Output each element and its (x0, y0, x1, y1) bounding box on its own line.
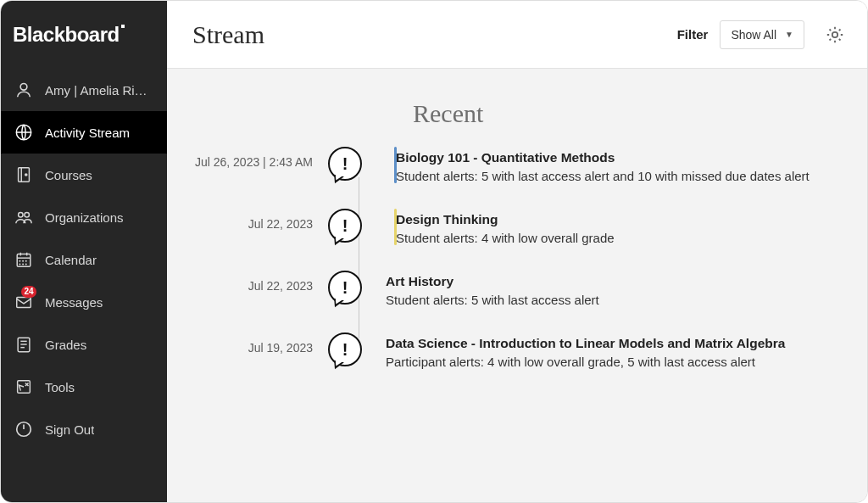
stream-date: Jul 22, 2023 (184, 271, 328, 293)
stream-item[interactable]: Jul 19, 2023 ! Data Science - Introducti… (184, 333, 850, 369)
svg-point-25 (832, 31, 837, 36)
stream-body: Art History Student alerts: 5 with last … (386, 271, 850, 307)
filter-select[interactable]: Show All ▼ (720, 20, 804, 49)
svg-point-0 (20, 83, 27, 90)
sidebar-item-tools[interactable]: Tools (1, 366, 167, 408)
stream-title: Art History (386, 274, 850, 289)
page-title: Stream (192, 20, 264, 49)
stream-item[interactable]: Jul 26, 2023 | 2:43 AM ! Biology 101 - Q… (184, 147, 850, 183)
sidebar-item-label: Tools (45, 380, 75, 394)
sidebar-item-label: Activity Stream (45, 126, 130, 140)
stream-date: Jul 26, 2023 | 2:43 AM (184, 147, 328, 169)
section-heading-recent: Recent (413, 99, 850, 128)
person-icon (14, 81, 33, 99)
stream-date: Jul 22, 2023 (184, 209, 328, 231)
brand-text: Blackboard (13, 23, 120, 47)
sidebar: Blackboard Amy | Amelia Rivera Activity … (1, 1, 167, 502)
sidebar-item-label: Sign Out (45, 422, 94, 437)
sidebar-item-label: Amy | Amelia Rivera (45, 83, 153, 98)
messages-badge: 24 (21, 286, 36, 298)
alert-icon: ! (328, 209, 362, 243)
stream-date: Jul 19, 2023 (184, 333, 328, 355)
brand: Blackboard (1, 1, 167, 69)
topbar: Stream Filter Show All ▼ (167, 1, 867, 69)
svg-point-5 (19, 213, 23, 218)
sidebar-item-label: Organizations (45, 210, 124, 225)
calendar-icon (14, 250, 33, 269)
settings-button[interactable] (823, 23, 847, 47)
stream-title: Data Science - Introduction to Linear Mo… (386, 336, 850, 351)
timeline: Jul 26, 2023 | 2:43 AM ! Biology 101 - Q… (184, 147, 850, 369)
alert-icon: ! (328, 147, 362, 181)
sidebar-item-courses[interactable]: Courses (1, 154, 167, 196)
sidebar-item-user[interactable]: Amy | Amelia Rivera (1, 69, 167, 111)
stream-body: Design Thinking Student alerts: 4 with l… (386, 209, 850, 245)
stream-body: Biology 101 - Quantitative Methods Stude… (386, 147, 850, 183)
filter-value: Show All (731, 28, 776, 42)
grades-icon (14, 335, 33, 354)
stream-body: Data Science - Introduction to Linear Mo… (386, 333, 850, 369)
svg-rect-7 (17, 254, 31, 267)
main-area: Stream Filter Show All ▼ Recent (167, 1, 867, 502)
gear-icon (825, 25, 845, 45)
sidebar-item-signout[interactable]: Sign Out (1, 408, 167, 450)
stream-item[interactable]: Jul 22, 2023 ! Design Thinking Student a… (184, 209, 850, 245)
svg-rect-17 (17, 298, 31, 308)
stream-title: Design Thinking (396, 212, 850, 227)
sidebar-item-label: Calendar (45, 253, 97, 267)
alert-icon: ! (328, 333, 362, 366)
sidebar-item-messages[interactable]: 24 Messages (1, 281, 167, 323)
sidebar-item-grades[interactable]: Grades (1, 323, 167, 366)
filter-label: Filter (677, 27, 709, 42)
stream-desc: Student alerts: 5 with last access alert… (396, 169, 850, 183)
stream-desc: Student alerts: 4 with low overall grade (396, 231, 850, 245)
stream-title: Biology 101 - Quantitative Methods (396, 150, 850, 165)
globe-icon (14, 123, 33, 142)
accent-bar (394, 209, 397, 245)
signout-icon (14, 420, 33, 439)
sidebar-item-calendar[interactable]: Calendar (1, 238, 167, 281)
accent-bar (394, 147, 397, 183)
sidebar-item-label: Grades (45, 338, 86, 352)
alert-icon: ! (328, 271, 362, 305)
stream-desc: Student alerts: 5 with last access alert (386, 293, 850, 307)
svg-point-6 (25, 213, 29, 218)
svg-point-4 (25, 174, 27, 176)
stream-item[interactable]: Jul 22, 2023 ! Art History Student alert… (184, 271, 850, 307)
timeline-line (359, 177, 359, 338)
tools-icon (14, 377, 33, 396)
sidebar-item-label: Messages (45, 295, 103, 310)
sidebar-nav: Amy | Amelia Rivera Activity Stream Cour… (1, 69, 167, 450)
people-icon (14, 208, 33, 226)
chevron-down-icon: ▼ (785, 30, 793, 39)
sidebar-item-organizations[interactable]: Organizations (1, 196, 167, 238)
content: Recent Jul 26, 2023 | 2:43 AM ! Biology … (167, 69, 867, 502)
book-icon (14, 165, 33, 184)
sidebar-item-label: Courses (45, 168, 92, 182)
stream-desc: Participant alerts: 4 with low overall g… (386, 355, 850, 369)
sidebar-item-activity-stream[interactable]: Activity Stream (1, 111, 167, 154)
app-root: Blackboard Amy | Amelia Rivera Activity … (0, 0, 868, 503)
